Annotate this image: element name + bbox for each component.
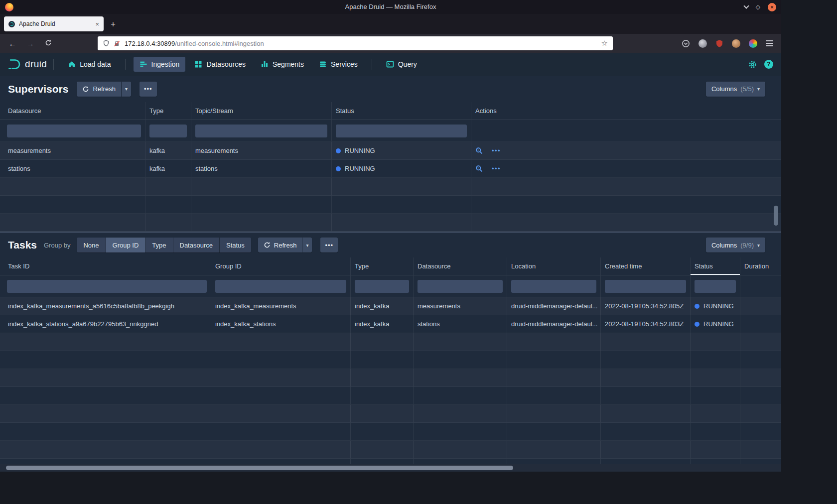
maximize-diamond-icon[interactable]: ◇ xyxy=(756,4,760,10)
column-header[interactable]: Group ID xyxy=(211,257,351,275)
druid-favicon-icon xyxy=(8,21,15,27)
url-bar[interactable]: 172.18.0.4:30899/unified-console.html#in… xyxy=(98,36,613,50)
tab-apache-druid[interactable]: Apache Druid × xyxy=(4,16,104,31)
ublock-origin-icon[interactable] xyxy=(715,39,723,48)
nav-item-services[interactable]: Services xyxy=(313,57,364,72)
nav-item-datasources[interactable]: Datasources xyxy=(188,57,252,72)
reload-button[interactable] xyxy=(42,39,55,48)
supervisor-row[interactable]: stations kafka stations RUNNING ••• xyxy=(0,160,781,178)
minimize-chevron-icon[interactable] xyxy=(743,3,749,8)
status-cell: RUNNING xyxy=(332,160,471,178)
row-more-icon[interactable]: ••• xyxy=(492,165,501,172)
horizontal-scrollbar-thumb[interactable] xyxy=(6,466,513,470)
columns-count: (9/9) xyxy=(740,242,754,249)
created-time-filter-input[interactable] xyxy=(605,280,686,293)
nav-item-segments[interactable]: Segments xyxy=(255,57,310,72)
task-id-filter-input[interactable] xyxy=(7,280,207,293)
column-header[interactable]: Type xyxy=(145,102,191,120)
new-tab-button[interactable]: + xyxy=(111,20,116,28)
datasource-filter-input[interactable] xyxy=(7,125,141,137)
back-button[interactable]: ← xyxy=(6,39,19,48)
status-cell: RUNNING xyxy=(691,297,740,315)
datasource-filter-input[interactable] xyxy=(418,280,503,293)
empty-table-row xyxy=(0,459,781,464)
help-icon[interactable]: ? xyxy=(764,60,773,69)
column-header[interactable]: Status xyxy=(332,102,471,120)
task-row[interactable]: index_kafka_measurements_a5616c5ba8afb8b… xyxy=(0,297,781,315)
column-header[interactable]: Datasource xyxy=(0,102,145,120)
column-header[interactable]: Type xyxy=(351,257,414,275)
location-filter-input[interactable] xyxy=(511,280,596,293)
tab-close-icon[interactable]: × xyxy=(95,20,99,28)
actions-cell: ••• xyxy=(471,160,781,178)
nav-item-ingestion[interactable]: Ingestion xyxy=(134,57,186,72)
more-actions-button[interactable]: ••• xyxy=(320,238,338,252)
table-cell: measurements xyxy=(0,142,145,160)
status-filter-input[interactable] xyxy=(336,125,467,137)
extension-icon[interactable] xyxy=(698,39,707,48)
status-dot xyxy=(336,148,341,153)
type-filter-input[interactable] xyxy=(355,280,409,293)
group-by-type-button[interactable]: Type xyxy=(145,238,173,252)
table-cell: stations xyxy=(191,160,332,178)
refresh-dropdown-button[interactable]: ▾ xyxy=(122,82,131,97)
extension-icon[interactable] xyxy=(732,39,740,48)
table-cell: 2022-08-19T05:34:52.805Z xyxy=(601,297,691,315)
status-dot xyxy=(336,166,341,171)
insecure-lock-icon[interactable] xyxy=(114,40,120,47)
group-by-none-button[interactable]: None xyxy=(77,238,106,252)
filter-cell xyxy=(601,275,691,297)
column-header[interactable]: Topic/Stream xyxy=(191,102,332,120)
url-text[interactable]: 172.18.0.4:30899/unified-console.html#in… xyxy=(125,40,264,47)
extension-icon[interactable] xyxy=(749,39,757,48)
status-filter-input[interactable] xyxy=(695,280,736,293)
supervisor-row[interactable]: measurements kafka measurements RUNNING … xyxy=(0,142,781,160)
group-by-group-id-button[interactable]: Group ID xyxy=(106,238,146,252)
horizontal-scrollbar[interactable] xyxy=(0,464,781,472)
refresh-button[interactable]: Refresh xyxy=(258,238,302,252)
column-header[interactable]: Actions xyxy=(471,102,781,120)
filter-cell xyxy=(0,275,211,297)
gear-icon[interactable] xyxy=(748,60,757,69)
columns-dropdown-button[interactable]: Columns (9/9) ▾ xyxy=(706,238,765,252)
vertical-scrollbar-thumb[interactable] xyxy=(774,206,778,226)
column-header[interactable]: Task ID xyxy=(0,257,211,275)
window-close-button[interactable]: × xyxy=(768,3,776,11)
filter-cell xyxy=(414,275,507,297)
nav-item-load-data[interactable]: Load data xyxy=(62,57,117,72)
druid-header: druid Load data Ingestion Da xyxy=(0,53,781,76)
pocket-icon[interactable] xyxy=(682,39,690,48)
firefox-window: Apache Druid — Mozilla Firefox ◇ × Apach… xyxy=(0,0,781,472)
window-title: Apache Druid — Mozilla Firefox xyxy=(0,0,781,14)
group-by-status-button[interactable]: Status xyxy=(220,238,251,252)
bookmark-star-icon[interactable]: ☆ xyxy=(601,39,608,48)
group-by-datasource-button[interactable]: Datasource xyxy=(173,238,220,252)
columns-dropdown-button[interactable]: Columns (5/5) ▾ xyxy=(706,82,765,97)
shield-icon[interactable] xyxy=(103,40,110,47)
column-header[interactable]: Created time xyxy=(601,257,691,275)
task-row[interactable]: index_kafka_stations_a9a679b22795b63_nnk… xyxy=(0,315,781,333)
caret-down-icon: ▾ xyxy=(757,86,760,92)
column-header[interactable]: Duration xyxy=(740,257,781,275)
magnify-icon[interactable] xyxy=(475,147,483,154)
group-id-filter-input[interactable] xyxy=(215,280,346,293)
magnify-icon[interactable] xyxy=(475,165,483,172)
filter-cell xyxy=(0,120,145,142)
refresh-dropdown-button[interactable]: ▾ xyxy=(302,238,312,252)
refresh-button[interactable]: Refresh xyxy=(77,82,121,97)
refresh-icon xyxy=(264,242,271,249)
column-header[interactable]: Location xyxy=(507,257,601,275)
row-more-icon[interactable]: ••• xyxy=(492,147,501,154)
empty-table-row xyxy=(0,405,781,423)
topic-filter-input[interactable] xyxy=(195,125,327,137)
nav-item-label: Query xyxy=(398,60,417,68)
menu-icon[interactable] xyxy=(766,43,773,44)
nav-item-query[interactable]: Query xyxy=(380,57,423,72)
more-actions-button[interactable]: ••• xyxy=(140,82,157,97)
column-header-sorted[interactable]: Status xyxy=(691,257,740,275)
druid-logo[interactable]: druid xyxy=(0,58,47,70)
type-filter-input[interactable] xyxy=(149,125,187,137)
forward-button[interactable]: → xyxy=(24,39,37,48)
empty-table-row xyxy=(0,423,781,441)
column-header[interactable]: Datasource xyxy=(414,257,507,275)
